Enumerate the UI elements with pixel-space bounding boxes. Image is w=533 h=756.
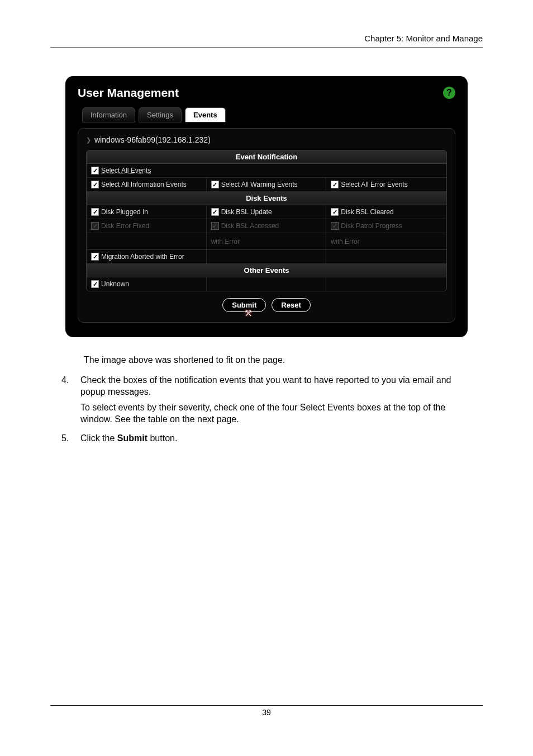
caption: The image above was shortened to fit on … (84, 354, 472, 366)
checkbox-migration-aborted[interactable]: ✓ (91, 253, 99, 261)
select-all-warning-row[interactable]: ✓ Select All Warning Events (207, 178, 327, 191)
select-all-events-label: Select All Events (101, 167, 151, 174)
select-all-information-row[interactable]: ✓ Select All Information Events (87, 178, 207, 191)
screenshot-panel: User Management ? Information Settings E… (65, 76, 468, 337)
checkbox-disk-error-fixed[interactable]: ✓ (91, 222, 99, 230)
blank-cell-c (326, 250, 446, 263)
disk-bsl-accessed-label: Disk BSL Accessed (221, 222, 279, 230)
checkbox-disk-plugged-in[interactable]: ✓ (91, 208, 99, 216)
with-error-a: with Error (207, 233, 327, 249)
cursor-icon: ⤱ (244, 307, 253, 319)
checkbox-select-all-warning[interactable]: ✓ (211, 181, 219, 188)
checkbox-select-all-events[interactable]: ✓ (91, 167, 99, 174)
disk-bsl-update-label: Disk BSL Update (221, 208, 272, 216)
disk-patrol-progress-label: Disk Patrol Progress (341, 222, 402, 230)
disk-error-fixed-row[interactable]: ✓ Disk Error Fixed (87, 219, 207, 233)
disk-bsl-update-row[interactable]: ✓ Disk BSL Update (207, 205, 327, 219)
with-error-b: with Error (326, 233, 446, 249)
tab-events[interactable]: Events (185, 107, 226, 122)
reset-button[interactable]: Reset (272, 298, 310, 312)
unknown-row[interactable]: ✓ Unknown (87, 277, 207, 291)
page-header: Chapter 5: Monitor and Manage (50, 34, 483, 43)
disk-bsl-cleared-row[interactable]: ✓ Disk BSL Cleared (326, 205, 446, 219)
select-all-events-row[interactable]: ✓ Select All Events (87, 164, 446, 177)
host-label: windows-96fab99(192.168.1.232) (94, 135, 211, 144)
chevron-down-icon[interactable]: ❯ (86, 136, 91, 144)
section-disk-events: Disk Events (87, 192, 446, 205)
checkbox-select-all-information[interactable]: ✓ (91, 181, 99, 188)
unknown-label: Unknown (101, 280, 129, 288)
blank-cell-b (207, 250, 327, 263)
disk-error-fixed-label: Disk Error Fixed (101, 222, 149, 230)
step-5-number: 5. (61, 432, 80, 448)
disk-bsl-accessed-row[interactable]: ✓ Disk BSL Accessed (207, 219, 327, 233)
migration-aborted-row[interactable]: ✓ Migration Aborted with Error (87, 250, 207, 263)
step-4-text-b: To select events by their severity, chec… (80, 401, 472, 426)
blank-cell-e (326, 277, 446, 291)
checkbox-select-all-error[interactable]: ✓ (331, 181, 339, 188)
checkbox-disk-bsl-accessed[interactable]: ✓ (211, 222, 219, 230)
select-all-warning-label: Select All Warning Events (221, 181, 298, 188)
header-rule (50, 48, 483, 48)
blank-cell-a (87, 233, 207, 249)
migration-aborted-label: Migration Aborted with Error (101, 253, 184, 261)
disk-plugged-in-row[interactable]: ✓ Disk Plugged In (87, 205, 207, 219)
disk-bsl-cleared-label: Disk BSL Cleared (341, 208, 393, 216)
checkbox-disk-patrol-progress[interactable]: ✓ (331, 222, 339, 230)
select-all-information-label: Select All Information Events (101, 181, 187, 188)
tab-information[interactable]: Information (82, 107, 135, 122)
checkbox-disk-bsl-update[interactable]: ✓ (211, 208, 219, 216)
blank-cell-d (207, 277, 327, 291)
disk-patrol-progress-row[interactable]: ✓ Disk Patrol Progress (326, 219, 446, 233)
section-other-events: Other Events (87, 264, 446, 277)
select-all-error-row[interactable]: ✓ Select All Error Events (326, 178, 446, 191)
page-footer: 39 (50, 705, 483, 717)
step-4-number: 4. (61, 374, 80, 429)
select-all-error-label: Select All Error Events (341, 181, 407, 188)
checkbox-disk-bsl-cleared[interactable]: ✓ (331, 208, 339, 216)
disk-plugged-in-label: Disk Plugged In (101, 208, 148, 216)
step-4-text-a: Check the boxes of the notification even… (80, 374, 472, 398)
checkbox-unknown[interactable]: ✓ (91, 280, 99, 288)
step-5-text: Click the Submit button. (80, 432, 177, 445)
section-event-notification: Event Notification (87, 150, 446, 164)
tab-settings[interactable]: Settings (139, 107, 182, 122)
panel-title: User Management (78, 86, 179, 100)
help-icon[interactable]: ? (443, 87, 455, 99)
